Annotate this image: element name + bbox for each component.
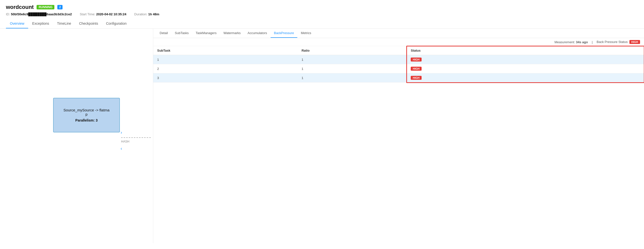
start-time: Start Time: 2020-04-02 10:35:24 xyxy=(80,12,126,16)
col-header-status: Status xyxy=(407,46,644,55)
id-value: 50bf30e6c9████████6aaa3b3d3c2ce2 xyxy=(11,12,72,16)
tab-timeline[interactable]: TimeLine xyxy=(53,19,75,28)
sub-tab-backpressure[interactable]: BackPressure xyxy=(270,29,298,38)
subtask-3: 3 xyxy=(153,73,298,82)
measurement-text: Measurement: 34s ago xyxy=(554,40,588,44)
duration-value: 1h 48m xyxy=(148,12,160,16)
main-tabs: Overview Exceptions TimeLine Checkpoints… xyxy=(6,19,638,28)
hash-label: HASH xyxy=(121,140,129,143)
table-row: 3 1 HIGH xyxy=(153,73,644,82)
start-time-value: 2020-04-02 10:35:24 xyxy=(96,12,126,16)
arrow-left-icon[interactable]: ‹ xyxy=(120,146,122,151)
back-pressure-status-badge: HIGH xyxy=(630,40,640,44)
table-row: 2 1 HIGH xyxy=(153,64,644,73)
status-1: HIGH xyxy=(407,55,644,64)
duration: Duration: 1h 48m xyxy=(134,12,159,16)
sub-tab-subtasks[interactable]: SubTasks xyxy=(171,29,192,38)
sub-tab-watermarks[interactable]: Watermarks xyxy=(220,29,244,38)
arrow-right-icon[interactable]: › xyxy=(120,130,122,135)
sub-tab-detail[interactable]: Detail xyxy=(156,29,171,38)
subtask-1: 1 xyxy=(153,55,298,64)
ratio-3: 1 xyxy=(298,73,407,82)
main-content: Source_mySource -> flatmap Parallelism: … xyxy=(0,29,644,243)
tab-checkpoints[interactable]: Checkpoints xyxy=(75,19,102,28)
tab-exceptions[interactable]: Exceptions xyxy=(28,19,53,28)
running-badge: RUNNING xyxy=(36,5,54,10)
tab-overview[interactable]: Overview xyxy=(6,19,28,28)
ratio-2: 1 xyxy=(298,64,407,73)
app-title: wordcount xyxy=(6,4,34,10)
sub-tab-accumulators[interactable]: Accumulators xyxy=(244,29,270,38)
id-label: ID: 50bf30e6c9████████6aaa3b3d3c2ce2 xyxy=(6,12,72,16)
col-header-ratio: Ratio xyxy=(298,46,407,55)
ratio-1: 1 xyxy=(298,55,407,64)
subtask-2: 2 xyxy=(153,64,298,73)
table-row: 1 1 HIGH xyxy=(153,55,644,64)
separator: | xyxy=(592,40,592,44)
sub-tabs-bar: Detail SubTasks TaskManagers Watermarks … xyxy=(153,29,644,38)
sub-tab-taskmanagers[interactable]: TaskManagers xyxy=(192,29,220,38)
status-2: HIGH xyxy=(407,64,644,73)
count-badge: 2 xyxy=(57,5,62,10)
node-box[interactable]: Source_mySource -> flatmap Parallelism: … xyxy=(53,98,120,132)
dashed-connection xyxy=(121,137,151,138)
info-bar: Measurement: 34s ago | Back Pressure Sta… xyxy=(153,38,644,46)
status-3: HIGH xyxy=(407,73,644,82)
node-parallelism: Parallelism: 3 xyxy=(75,118,98,122)
col-header-subtask: SubTask xyxy=(153,46,298,55)
detail-panel: Detail SubTasks TaskManagers Watermarks … xyxy=(153,29,644,243)
graph-panel: Source_mySource -> flatmap Parallelism: … xyxy=(0,29,153,243)
header: wordcount RUNNING 2 ID: 50bf30e6c9██████… xyxy=(0,0,644,29)
table-container: Measurement: 34s ago | Back Pressure Sta… xyxy=(153,38,644,243)
sub-tab-metrics[interactable]: Metrics xyxy=(297,29,314,38)
back-pressure-status-text: Back Pressure Status: HIGH xyxy=(596,40,640,44)
tab-configuration[interactable]: Configuration xyxy=(102,19,130,28)
node-title: Source_mySource -> flatmap xyxy=(64,108,110,116)
subtask-table: SubTask Ratio Status 1 1 HIGH 2 1 HIGH xyxy=(153,46,644,82)
